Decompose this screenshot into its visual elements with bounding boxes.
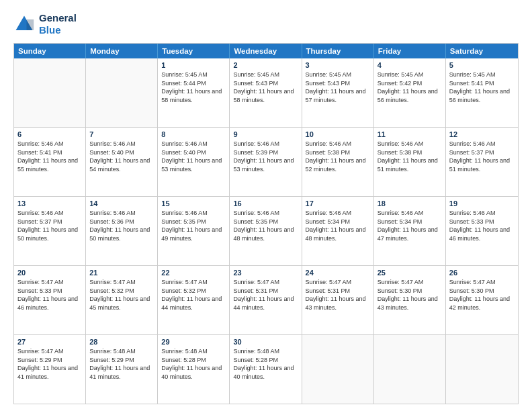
calendar-cell: 10Sunrise: 5:46 AM Sunset: 5:38 PM Dayli…: [302, 128, 374, 196]
calendar-cell: 15Sunrise: 5:46 AM Sunset: 5:35 PM Dayli…: [158, 197, 230, 265]
calendar-cell: 23Sunrise: 5:47 AM Sunset: 5:31 PM Dayli…: [230, 266, 302, 334]
calendar-cell: 21Sunrise: 5:47 AM Sunset: 5:32 PM Dayli…: [86, 266, 158, 334]
day-number: 24: [306, 269, 370, 277]
day-header-friday: Friday: [374, 44, 446, 58]
day-number: 8: [161, 130, 226, 138]
calendar-cell: 6Sunrise: 5:46 AM Sunset: 5:41 PM Daylig…: [14, 128, 86, 196]
calendar-cell: 4Sunrise: 5:45 AM Sunset: 5:42 PM Daylig…: [374, 58, 446, 127]
day-number: 13: [17, 199, 82, 208]
day-info: Sunrise: 5:46 AM Sunset: 5:37 PM Dayligh…: [17, 209, 82, 242]
calendar-cell: 26Sunrise: 5:47 AM Sunset: 5:30 PM Dayli…: [446, 266, 518, 334]
day-info: Sunrise: 5:46 AM Sunset: 5:38 PM Dayligh…: [378, 140, 442, 173]
calendar-row-3: 13Sunrise: 5:46 AM Sunset: 5:37 PM Dayli…: [14, 196, 518, 265]
calendar-cell: [86, 58, 158, 127]
day-number: 15: [161, 199, 226, 208]
day-number: 25: [378, 269, 442, 277]
calendar-cell: 12Sunrise: 5:46 AM Sunset: 5:37 PM Dayli…: [446, 128, 518, 196]
day-number: 20: [17, 269, 82, 277]
logo-general: General: [39, 12, 77, 24]
day-info: Sunrise: 5:45 AM Sunset: 5:43 PM Dayligh…: [306, 71, 370, 104]
day-number: 14: [89, 199, 154, 208]
calendar-cell: 8Sunrise: 5:46 AM Sunset: 5:40 PM Daylig…: [158, 128, 230, 196]
calendar-cell: 22Sunrise: 5:47 AM Sunset: 5:32 PM Dayli…: [158, 266, 230, 334]
calendar-cell: 9Sunrise: 5:46 AM Sunset: 5:39 PM Daylig…: [230, 128, 302, 196]
calendar-cell: 19Sunrise: 5:46 AM Sunset: 5:33 PM Dayli…: [446, 197, 518, 265]
logo-blue: Blue: [39, 24, 61, 36]
day-number: 6: [17, 130, 82, 138]
day-info: Sunrise: 5:46 AM Sunset: 5:39 PM Dayligh…: [233, 140, 298, 173]
day-info: Sunrise: 5:45 AM Sunset: 5:42 PM Dayligh…: [378, 71, 442, 104]
calendar-cell: 14Sunrise: 5:46 AM Sunset: 5:36 PM Dayli…: [86, 197, 158, 265]
calendar-row-5: 27Sunrise: 5:47 AM Sunset: 5:29 PM Dayli…: [14, 334, 518, 404]
day-number: 30: [233, 338, 298, 346]
calendar-cell: [14, 58, 86, 127]
calendar-cell: 7Sunrise: 5:46 AM Sunset: 5:40 PM Daylig…: [86, 128, 158, 196]
day-number: 11: [378, 130, 442, 138]
day-number: 23: [233, 269, 298, 277]
day-info: Sunrise: 5:46 AM Sunset: 5:41 PM Dayligh…: [17, 140, 82, 173]
day-info: Sunrise: 5:46 AM Sunset: 5:36 PM Dayligh…: [89, 209, 154, 242]
day-info: Sunrise: 5:48 AM Sunset: 5:29 PM Dayligh…: [89, 347, 154, 381]
day-number: 9: [233, 130, 298, 138]
calendar-cell: 20Sunrise: 5:47 AM Sunset: 5:33 PM Dayli…: [14, 266, 86, 334]
day-info: Sunrise: 5:46 AM Sunset: 5:40 PM Dayligh…: [89, 140, 154, 173]
day-info: Sunrise: 5:47 AM Sunset: 5:30 PM Dayligh…: [378, 278, 442, 312]
day-header-tuesday: Tuesday: [158, 44, 230, 58]
day-info: Sunrise: 5:46 AM Sunset: 5:33 PM Dayligh…: [449, 209, 515, 242]
day-header-sunday: Sunday: [14, 44, 86, 58]
day-number: 28: [89, 338, 154, 346]
logo: General Blue: [13, 12, 77, 36]
calendar-cell: 17Sunrise: 5:46 AM Sunset: 5:34 PM Dayli…: [302, 197, 374, 265]
svg-marker-1: [27, 19, 34, 30]
day-number: 12: [449, 130, 515, 138]
header: General Blue: [13, 12, 519, 36]
day-info: Sunrise: 5:47 AM Sunset: 5:29 PM Dayligh…: [17, 347, 82, 381]
calendar-row-1: 1Sunrise: 5:45 AM Sunset: 5:44 PM Daylig…: [14, 58, 518, 127]
day-number: 17: [306, 199, 370, 208]
day-number: 21: [89, 269, 154, 277]
day-number: 7: [89, 130, 154, 138]
calendar-cell: 24Sunrise: 5:47 AM Sunset: 5:31 PM Dayli…: [302, 266, 374, 334]
calendar-cell: 27Sunrise: 5:47 AM Sunset: 5:29 PM Dayli…: [14, 335, 86, 404]
calendar-cell: 5Sunrise: 5:45 AM Sunset: 5:41 PM Daylig…: [446, 58, 518, 127]
logo-text: General Blue: [39, 12, 77, 36]
day-info: Sunrise: 5:46 AM Sunset: 5:38 PM Dayligh…: [306, 140, 370, 173]
day-info: Sunrise: 5:46 AM Sunset: 5:35 PM Dayligh…: [161, 209, 226, 242]
day-number: 4: [378, 61, 442, 69]
day-header-saturday: Saturday: [446, 44, 518, 58]
day-info: Sunrise: 5:45 AM Sunset: 5:43 PM Dayligh…: [233, 71, 298, 104]
day-number: 18: [378, 199, 442, 208]
calendar-cell: 3Sunrise: 5:45 AM Sunset: 5:43 PM Daylig…: [302, 58, 374, 127]
day-number: 1: [161, 61, 226, 69]
calendar-cell: 13Sunrise: 5:46 AM Sunset: 5:37 PM Dayli…: [14, 197, 86, 265]
day-info: Sunrise: 5:46 AM Sunset: 5:40 PM Dayligh…: [161, 140, 226, 173]
day-header-thursday: Thursday: [302, 44, 374, 58]
calendar-header: SundayMondayTuesdayWednesdayThursdayFrid…: [14, 44, 518, 58]
calendar-cell: 16Sunrise: 5:46 AM Sunset: 5:35 PM Dayli…: [230, 197, 302, 265]
day-number: 22: [161, 269, 226, 277]
calendar-cell: 2Sunrise: 5:45 AM Sunset: 5:43 PM Daylig…: [230, 58, 302, 127]
calendar-cell: [302, 335, 374, 404]
calendar-row-4: 20Sunrise: 5:47 AM Sunset: 5:33 PM Dayli…: [14, 265, 518, 334]
calendar-body: 1Sunrise: 5:45 AM Sunset: 5:44 PM Daylig…: [14, 58, 518, 404]
calendar-cell: 18Sunrise: 5:46 AM Sunset: 5:34 PM Dayli…: [374, 197, 446, 265]
day-info: Sunrise: 5:47 AM Sunset: 5:32 PM Dayligh…: [161, 278, 226, 312]
calendar-cell: 30Sunrise: 5:48 AM Sunset: 5:28 PM Dayli…: [230, 335, 302, 404]
calendar-cell: 25Sunrise: 5:47 AM Sunset: 5:30 PM Dayli…: [374, 266, 446, 334]
day-number: 10: [306, 130, 370, 138]
day-info: Sunrise: 5:47 AM Sunset: 5:30 PM Dayligh…: [449, 278, 515, 312]
calendar-cell: [374, 335, 446, 404]
day-info: Sunrise: 5:45 AM Sunset: 5:44 PM Dayligh…: [161, 71, 226, 104]
calendar: SundayMondayTuesdayWednesdayThursdayFrid…: [13, 43, 519, 404]
day-header-wednesday: Wednesday: [230, 44, 302, 58]
calendar-cell: 1Sunrise: 5:45 AM Sunset: 5:44 PM Daylig…: [158, 58, 230, 127]
day-number: 29: [161, 338, 226, 346]
calendar-cell: [446, 335, 518, 404]
day-number: 16: [233, 199, 298, 208]
day-number: 5: [449, 61, 515, 69]
day-info: Sunrise: 5:47 AM Sunset: 5:31 PM Dayligh…: [306, 278, 370, 312]
day-info: Sunrise: 5:46 AM Sunset: 5:34 PM Dayligh…: [378, 209, 442, 242]
calendar-cell: 29Sunrise: 5:48 AM Sunset: 5:28 PM Dayli…: [158, 335, 230, 404]
day-header-monday: Monday: [86, 44, 158, 58]
day-info: Sunrise: 5:46 AM Sunset: 5:34 PM Dayligh…: [306, 209, 370, 242]
